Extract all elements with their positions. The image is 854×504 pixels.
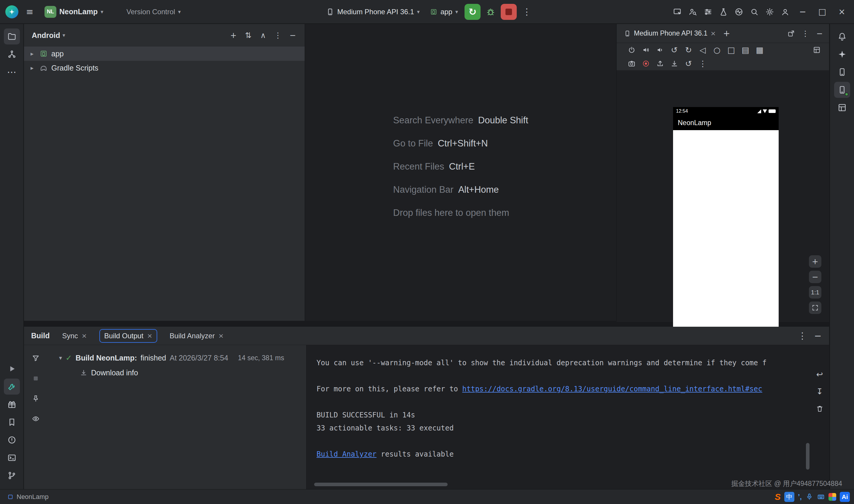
- project-options-icon[interactable]: ⋮: [271, 29, 284, 42]
- hide-panel-icon[interactable]: −: [811, 329, 825, 343]
- emoji-palette-icon[interactable]: [829, 493, 836, 501]
- debug-button[interactable]: [483, 5, 498, 19]
- tree-row-gradle-scripts[interactable]: ▸ Gradle Scripts: [24, 61, 305, 75]
- problems-icon[interactable]: [4, 432, 20, 448]
- status-project-widget[interactable]: NeonLamp: [7, 493, 49, 501]
- device-tab[interactable]: Medium Phone API 36.1 ×: [621, 27, 719, 40]
- more-actions-icon[interactable]: ⋮: [520, 5, 534, 19]
- restore-snapshot-icon[interactable]: ↺: [682, 57, 694, 69]
- run-config-selector[interactable]: app ▾: [426, 5, 462, 18]
- rotate-right-icon[interactable]: ↻: [682, 44, 694, 56]
- open-in-window-icon[interactable]: [785, 27, 798, 40]
- stop-build-icon[interactable]: [29, 372, 42, 385]
- user-search-icon[interactable]: [686, 5, 700, 19]
- more-tool-windows-icon[interactable]: ⋯: [4, 64, 20, 80]
- terminal-icon[interactable]: [4, 450, 20, 466]
- settings-gear-icon[interactable]: [763, 5, 777, 19]
- sogou-logo-icon[interactable]: S: [775, 492, 781, 502]
- android-back-icon[interactable]: ◁: [697, 44, 709, 56]
- running-devices-icon[interactable]: [834, 82, 850, 98]
- run-tool-icon[interactable]: [4, 361, 20, 377]
- tab-build-output[interactable]: Build Output ×: [100, 329, 157, 343]
- structure-icon[interactable]: [4, 46, 20, 62]
- vertical-scrollbar[interactable]: [806, 443, 809, 470]
- filter-icon[interactable]: [29, 352, 42, 365]
- device-more-icon[interactable]: ⋮: [697, 57, 709, 69]
- hide-panel-icon[interactable]: −: [813, 27, 826, 40]
- volume-up-icon[interactable]: [640, 44, 652, 56]
- project-tool-icon[interactable]: [4, 29, 20, 44]
- emulator-screen[interactable]: 12:54 NeonLamp: [673, 107, 779, 341]
- build-tool-icon[interactable]: [4, 379, 20, 395]
- rotate-left-icon[interactable]: ↺: [668, 44, 680, 56]
- gemini-assistant-icon[interactable]: [834, 46, 850, 62]
- expand-all-icon[interactable]: ⇅: [242, 29, 255, 42]
- screen-record-icon[interactable]: [640, 57, 652, 69]
- device-manager-icon[interactable]: [834, 64, 850, 80]
- microphone-icon[interactable]: [805, 493, 813, 501]
- download-icon[interactable]: [668, 57, 680, 69]
- close-tab-icon[interactable]: ×: [147, 332, 152, 339]
- ai-tray-icon[interactable]: Ai: [840, 492, 850, 502]
- window-minimize-button[interactable]: −: [794, 4, 812, 20]
- gradle-doc-link[interactable]: https://docs.gradle.org/8.13/userguide/c…: [462, 385, 762, 393]
- window-cursor-icon[interactable]: [670, 5, 684, 19]
- device-selector[interactable]: Medium Phone API 36.1 ▾: [322, 5, 423, 18]
- add-icon[interactable]: +: [227, 29, 240, 42]
- secondary-display-icon[interactable]: [811, 44, 822, 56]
- account-avatar-icon[interactable]: [778, 5, 792, 19]
- hide-panel-icon[interactable]: −: [286, 29, 299, 42]
- tree-row-app[interactable]: ▸ app: [24, 47, 305, 61]
- run-button[interactable]: ↻: [464, 4, 481, 20]
- tab-build-analyzer[interactable]: Build Analyzer ×: [165, 330, 228, 342]
- main-menu-icon[interactable]: ≡: [22, 5, 37, 19]
- devices-options-icon[interactable]: ⋮: [799, 27, 812, 40]
- preview-eye-icon[interactable]: [29, 412, 42, 425]
- soft-wrap-icon[interactable]: ↩: [813, 367, 826, 381]
- build-analyzer-link[interactable]: Build Analyzer: [317, 450, 376, 458]
- chevron-right-icon[interactable]: ▸: [28, 51, 36, 57]
- new-device-tab-icon[interactable]: +: [721, 28, 733, 39]
- layout-inspector-icon[interactable]: [834, 100, 850, 115]
- close-tab-icon[interactable]: ×: [710, 30, 716, 37]
- zoom-fit-button[interactable]: [809, 302, 821, 314]
- zoom-out-button[interactable]: −: [809, 271, 821, 283]
- zoom-reset-button[interactable]: 1:1: [809, 286, 821, 299]
- zoom-in-button[interactable]: +: [809, 255, 821, 268]
- version-control-widget[interactable]: Version Control ▾: [123, 5, 184, 18]
- android-home-icon[interactable]: ○: [711, 44, 723, 56]
- chevron-right-icon[interactable]: ▸: [28, 65, 36, 71]
- profiler-pulse-icon[interactable]: [732, 5, 746, 19]
- extra-display-icon[interactable]: ▦: [754, 44, 766, 56]
- search-icon[interactable]: [747, 5, 762, 19]
- bookmarks-icon[interactable]: [4, 414, 20, 430]
- flask-icon[interactable]: [716, 5, 731, 19]
- horizontal-scrollbar[interactable]: [314, 483, 448, 486]
- build-child-row[interactable]: Download info: [47, 365, 306, 380]
- clear-all-icon[interactable]: [813, 402, 826, 415]
- project-view-mode[interactable]: Android: [32, 31, 60, 40]
- build-root-row[interactable]: ▾ ✓ Build NeonLamp: finished At 2026/3/2…: [47, 350, 306, 365]
- fold-device-icon[interactable]: ▤: [740, 44, 751, 56]
- close-tab-icon[interactable]: ×: [218, 332, 224, 339]
- punctuation-icon[interactable]: ’,: [798, 493, 802, 501]
- window-close-button[interactable]: ×: [833, 4, 851, 20]
- stop-button[interactable]: [501, 4, 517, 20]
- notifications-bell-icon[interactable]: [834, 29, 850, 44]
- power-icon[interactable]: [626, 44, 638, 56]
- upload-icon[interactable]: [654, 57, 666, 69]
- input-language-icon[interactable]: 中: [784, 492, 794, 502]
- build-options-icon[interactable]: ⋮: [795, 329, 809, 343]
- chevron-expanded-icon[interactable]: ▾: [59, 355, 62, 361]
- tab-sync[interactable]: Sync ×: [58, 330, 91, 342]
- close-tab-icon[interactable]: ×: [82, 332, 87, 339]
- collapse-all-icon[interactable]: ∧: [256, 29, 270, 42]
- filter-sliders-icon[interactable]: [701, 5, 715, 19]
- screenshot-camera-icon[interactable]: [626, 57, 638, 69]
- pin-icon[interactable]: [29, 392, 42, 405]
- window-maximize-button[interactable]: □: [813, 4, 832, 20]
- build-console[interactable]: You can use '--warning-mode all' to show…: [306, 345, 829, 489]
- scroll-to-end-icon[interactable]: ↧: [813, 385, 826, 398]
- soft-keyboard-icon[interactable]: [817, 493, 825, 501]
- volume-down-icon[interactable]: [654, 44, 666, 56]
